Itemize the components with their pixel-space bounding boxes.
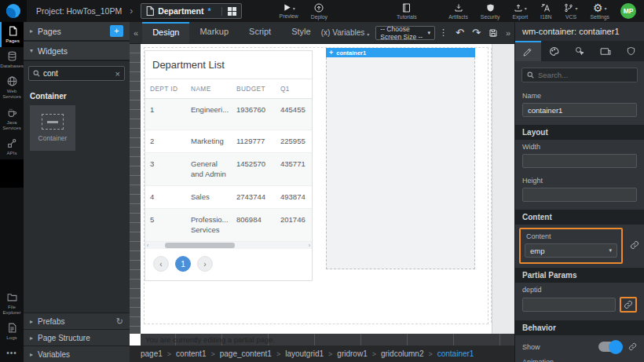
width-input[interactable]	[528, 157, 631, 166]
table-row[interactable]: 2 Marketing 1129777 225955	[145, 130, 312, 153]
tab-design[interactable]: Design	[142, 22, 189, 43]
breadcrumb-item[interactable]: gridcolumn2	[381, 349, 423, 358]
security-button[interactable]: Security	[481, 3, 500, 20]
tab-properties[interactable]	[515, 41, 541, 61]
user-avatar[interactable]: MP	[620, 3, 636, 19]
column-header[interactable]: NAME	[186, 79, 232, 98]
deptid-input[interactable]	[528, 301, 610, 309]
undo-icon[interactable]: ↶	[452, 27, 468, 38]
table-row[interactable]: 5 Professio... Services 806984 201746	[145, 209, 312, 242]
rail-item-databases[interactable]: Databases	[0, 47, 24, 72]
section-content: Content	[515, 210, 644, 225]
current-page-button[interactable]: 1	[175, 256, 191, 272]
export-button[interactable]: ▾ Export	[512, 3, 528, 20]
show-toggle[interactable]	[598, 342, 622, 352]
tab-style[interactable]: Style	[281, 22, 320, 43]
rail-more-icon[interactable]: •••	[0, 344, 24, 362]
widget-search-box[interactable]: ×	[28, 66, 125, 81]
rail-item-web-services[interactable]: Web Services	[0, 72, 24, 103]
breadcrumb-item-active[interactable]: container1	[437, 349, 474, 358]
i18n-button[interactable]: I18N	[540, 3, 551, 20]
breadcrumb-item[interactable]: page_content1	[220, 349, 272, 358]
tab-events[interactable]	[567, 41, 593, 61]
tab-styles[interactable]	[541, 41, 567, 61]
tab-security[interactable]	[618, 41, 644, 61]
page-canvas[interactable]: Department List DEPT ID NAME BUDGET Q1 1…	[141, 44, 492, 334]
variables-accordion[interactable]: ▸ Variables	[24, 346, 130, 362]
height-field: Height	[515, 174, 644, 207]
widget-group-label: Container	[24, 86, 130, 105]
width-field: Width	[515, 140, 644, 174]
container-selection-label: container1	[336, 49, 366, 57]
container-drop-area[interactable]	[326, 57, 475, 269]
content-highlight-box: Content emp ▾	[519, 228, 623, 264]
property-search-input[interactable]	[538, 71, 632, 79]
column-header[interactable]: DEPT ID	[145, 79, 186, 98]
show-field: Show	[515, 335, 644, 355]
height-input[interactable]	[528, 191, 631, 199]
column-header[interactable]: Q1	[276, 79, 310, 98]
horizontal-scrollbar[interactable]: ‹ ›	[145, 242, 312, 249]
widget-search-input[interactable]	[43, 69, 112, 78]
design-canvas[interactable]: Department List DEPT ID NAME BUDGET Q1 1…	[130, 44, 514, 334]
wavemaker-logo[interactable]	[0, 0, 27, 22]
pages-accordion[interactable]: ▸ Pages +	[24, 22, 130, 40]
scroll-left-arrow[interactable]: ‹	[147, 243, 148, 248]
table-row[interactable]: 1 Engineeri... 1936760 445455	[145, 99, 312, 130]
screen-size-select[interactable]: -- Choose Screen Size -- ▾	[375, 26, 435, 40]
bind-show-icon[interactable]	[628, 342, 637, 351]
rail-item-logs[interactable]: Logs	[0, 319, 24, 344]
name-input[interactable]	[528, 106, 631, 115]
breadcrumb-item[interactable]: gridrow1	[337, 349, 367, 358]
property-search-box[interactable]	[521, 68, 638, 82]
preview-button[interactable]: ▾ Preview	[280, 3, 298, 19]
widgets-accordion[interactable]: ▾ Widgets	[24, 42, 130, 60]
rail-item-file-explorer[interactable]: File Explorer	[0, 288, 24, 319]
collapse-right-panel-button[interactable]: »	[502, 28, 514, 38]
add-page-button[interactable]: +	[110, 25, 123, 37]
content-select[interactable]: emp ▾	[525, 243, 617, 258]
next-page-button[interactable]: ›	[197, 256, 213, 272]
more-options-icon[interactable]: ⋮	[435, 27, 452, 38]
page-selector[interactable]: Department *	[141, 3, 241, 19]
redo-icon[interactable]: ↷	[468, 27, 485, 38]
table-row[interactable]: 3 General and Admin 1452570 435771	[145, 153, 312, 186]
deploy-button[interactable]: Deploy	[311, 3, 327, 20]
container-selection-header[interactable]: + container1	[326, 48, 475, 57]
settings-button[interactable]: ⚙▾ Settings	[590, 3, 609, 20]
column-header[interactable]: BUDGET	[232, 79, 276, 98]
selected-container-widget[interactable]: + container1	[326, 48, 475, 269]
widget-results: Container Container	[24, 86, 130, 313]
tab-script[interactable]: Script	[239, 22, 281, 43]
save-icon[interactable]	[485, 28, 502, 38]
rail-item-pages[interactable]: Pages	[0, 22, 24, 47]
page-structure-accordion[interactable]: ▸ Page Structure	[24, 329, 130, 346]
scroll-right-arrow[interactable]: ›	[309, 243, 310, 248]
breadcrumb-item[interactable]: page1	[141, 349, 163, 358]
breadcrumb-item[interactable]: layoutgrid1	[285, 349, 324, 358]
tab-devices[interactable]	[592, 41, 618, 61]
previous-page-button[interactable]: ‹	[153, 256, 169, 272]
bind-content-icon[interactable]	[630, 240, 639, 250]
log-file-icon	[7, 323, 17, 333]
rail-item-java-services[interactable]: Java Services	[0, 104, 24, 134]
page-grid-icon[interactable]	[221, 7, 236, 16]
tab-markup[interactable]: Markup	[189, 22, 239, 43]
vertical-ruler	[130, 44, 141, 334]
scrollbar-thumb[interactable]	[165, 243, 235, 248]
collapse-left-panel-button[interactable]: «	[130, 28, 142, 38]
refresh-icon[interactable]: ↻	[116, 316, 123, 327]
vcs-button[interactable]: ▾ VCS	[564, 3, 577, 20]
prefabs-accordion[interactable]: ▸ Prefabs ↻	[24, 313, 130, 329]
clear-search-icon[interactable]: ×	[115, 69, 120, 79]
department-data-table[interactable]: Department List DEPT ID NAME BUDGET Q1 1…	[145, 50, 313, 281]
breadcrumb-item[interactable]: content1	[176, 349, 206, 358]
rail-item-apis[interactable]: APIs	[0, 134, 24, 159]
artifacts-button[interactable]: Artifacts	[448, 3, 468, 20]
bind-deptid-icon[interactable]	[624, 300, 633, 309]
variables-menu[interactable]: (x) Variables ▾	[321, 28, 370, 37]
folder-icon	[7, 292, 17, 302]
tutorials-button[interactable]: Tutorials	[397, 3, 417, 20]
table-row[interactable]: 4 Sales 2743744 493874	[145, 186, 312, 209]
container-widget-tile[interactable]: Container	[30, 105, 75, 151]
